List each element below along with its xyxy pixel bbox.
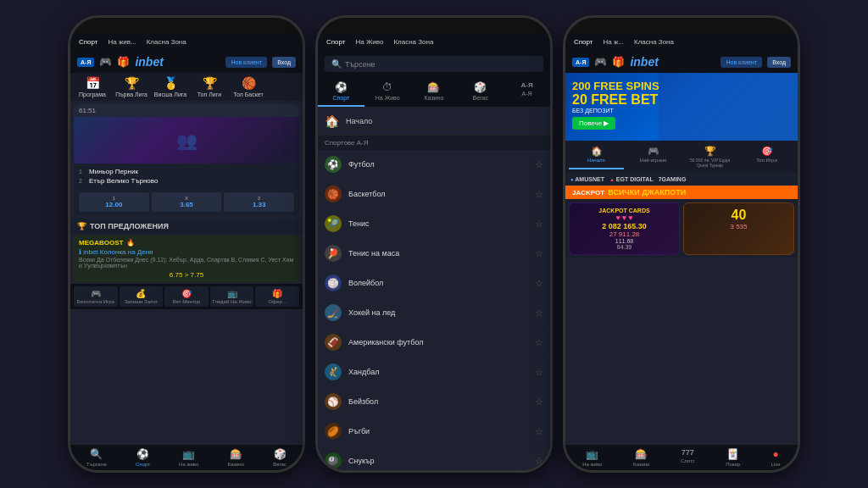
casino-tournament-icon: 🏆 bbox=[704, 146, 716, 157]
casino-nav-home[interactable]: 🏠 Начало bbox=[569, 144, 624, 169]
odd-btn-x[interactable]: X 3.65 bbox=[152, 192, 222, 212]
tab-live-1[interactable]: 📺 На живо bbox=[179, 448, 198, 467]
sport-item-baseball[interactable]: ⚾ Бейзбол ☆ bbox=[318, 387, 550, 417]
top-nav-live[interactable]: На жив... bbox=[105, 36, 140, 47]
football-star[interactable]: ☆ bbox=[535, 159, 543, 170]
top-nav-2-sport[interactable]: Спорт bbox=[323, 36, 349, 47]
quick-link-2[interactable]: 🥇 Висша Лига bbox=[152, 76, 189, 97]
sport-item-volleyball[interactable]: 🏐 Волейбол ☆ bbox=[318, 269, 550, 298]
sport-item-rugby[interactable]: 🏉 Ръгби ☆ bbox=[318, 417, 550, 446]
tab-poker-3[interactable]: 🃏 Покер bbox=[726, 448, 740, 467]
top-nav-3-sport[interactable]: Спорт bbox=[570, 36, 597, 47]
odd-value-1: 12.00 bbox=[105, 201, 122, 208]
jackpot-card-1[interactable]: JACKPOT CARDS ♥ ♥ ♥ 2 082 165.30 27 911.… bbox=[569, 202, 680, 255]
login-btn-3[interactable]: Вход bbox=[767, 57, 791, 68]
jackpot-card-2-amount-1: 40 bbox=[688, 208, 789, 223]
snooker-label: Снукър bbox=[348, 457, 528, 465]
top-nav-sport[interactable]: Спорт bbox=[75, 36, 102, 47]
tennis-star[interactable]: ☆ bbox=[535, 219, 543, 230]
quick-link-icon-2: 🥇 bbox=[164, 76, 178, 90]
menu-tab-casino[interactable]: 🎰 Казино bbox=[411, 77, 458, 107]
promo-more-btn[interactable]: Повече ▶ bbox=[572, 117, 615, 130]
top-nav-3-live[interactable]: На ж... bbox=[600, 36, 627, 47]
top-nav-2-live[interactable]: На Живо bbox=[353, 36, 387, 47]
home-item[interactable]: 🏠 Начало bbox=[318, 108, 550, 135]
sport-item-tennis[interactable]: 🎾 Тенис ☆ bbox=[318, 209, 550, 239]
menu-tab-sport[interactable]: ⚽ Спорт bbox=[318, 77, 364, 107]
sport-item-football[interactable]: ⚽ Футбол ☆ bbox=[318, 150, 550, 180]
new-client-btn-3[interactable]: Нов клиент bbox=[721, 57, 762, 68]
action-btn-mentor[interactable]: 🎯 Бет Ментор bbox=[164, 286, 209, 307]
hockey-star[interactable]: ☆ bbox=[535, 308, 543, 319]
sport-item-snooker[interactable]: 🎱 Снукър ☆ bbox=[318, 446, 550, 470]
action-btn-free[interactable]: 🎮 Безплатна Игра bbox=[74, 286, 118, 307]
tabletennis-star[interactable]: ☆ bbox=[535, 248, 543, 259]
handball-star[interactable]: ☆ bbox=[535, 367, 543, 378]
provider-amusnet[interactable]: ● AMUSNET bbox=[570, 176, 604, 182]
quick-link-1[interactable]: 🏆 Първа Лига bbox=[113, 76, 150, 97]
jackpot-amount-2: 27 911.28 bbox=[574, 230, 675, 238]
search-input[interactable]: 🔍 Търсене bbox=[325, 56, 543, 72]
baseball-star[interactable]: ☆ bbox=[535, 396, 543, 408]
volleyball-star[interactable]: ☆ bbox=[535, 278, 543, 289]
action-btn-offer[interactable]: 🎁 Офер... bbox=[255, 286, 299, 307]
promo-free-bet-num: 20 FREE BET bbox=[572, 92, 658, 108]
tab-slots-3[interactable]: 777 Слотс bbox=[681, 448, 695, 467]
sport-item-americanfootball[interactable]: 🏈 Американски футбол ☆ bbox=[318, 328, 550, 358]
provider-egt[interactable]: ▲ EGT DIGITAL bbox=[609, 176, 654, 182]
tab-livedealer-3[interactable]: ● Live bbox=[771, 448, 781, 467]
casino-nav-popular[interactable]: 🎮 Най-играни bbox=[626, 144, 681, 169]
snooker-star[interactable]: ☆ bbox=[535, 456, 543, 467]
menu-tab-az[interactable]: А-Я А-Я bbox=[504, 77, 550, 107]
baseball-icon: ⚾ bbox=[325, 393, 342, 410]
casino-nav-tournament[interactable]: 🏆 50 000 лв. VIP Egypt Quest Турнир bbox=[682, 144, 737, 169]
tab-vegas-label-1: Вегас bbox=[273, 462, 287, 467]
odd-btn-2[interactable]: 2 1.33 bbox=[224, 192, 294, 212]
sport-item-basketball[interactable]: 🏀 Баскетбол ☆ bbox=[318, 180, 550, 209]
new-client-btn[interactable]: Нов клиент bbox=[225, 57, 267, 68]
tab-casino-3[interactable]: 🎰 Казино bbox=[633, 448, 650, 467]
tab-casino-1[interactable]: 🎰 Казино bbox=[227, 448, 244, 467]
basketball-star[interactable]: ☆ bbox=[535, 189, 543, 200]
menu-tab-label-az: А-Я bbox=[522, 91, 532, 97]
match-card: 61:51 👥 1 Миньор Перник 2 Етър Велико Тъ… bbox=[74, 104, 299, 215]
action-btn-bet[interactable]: 💰 Запиши Залог bbox=[120, 286, 164, 307]
americanfootball-star[interactable]: ☆ bbox=[535, 337, 543, 348]
action-icon-bet: 💰 bbox=[136, 289, 146, 298]
sport-item-hockey[interactable]: 🏒 Хокей на лед ☆ bbox=[318, 298, 550, 328]
odd-btn-1[interactable]: 1 12.00 bbox=[79, 192, 149, 212]
megaboost-offer-title: ℹ inbet Колонка на Деня bbox=[79, 248, 294, 256]
megaboost-text: MEGABOOST bbox=[79, 239, 123, 247]
menu-tab-vegas[interactable]: 🎲 Вегас bbox=[457, 77, 504, 107]
quick-link-0[interactable]: 📅 Програма bbox=[74, 76, 111, 97]
tab-search-1[interactable]: 🔍 Търсене bbox=[86, 448, 107, 467]
sport-item-tabletennis[interactable]: 🏓 Тенис на маса ☆ bbox=[318, 239, 550, 269]
tabletennis-icon: 🏓 bbox=[325, 245, 342, 262]
tab-vegas-1[interactable]: 🎲 Вегас bbox=[273, 448, 287, 467]
rugby-star[interactable]: ☆ bbox=[535, 426, 543, 437]
menu-tab-live[interactable]: ⏱ На Живо bbox=[364, 77, 411, 107]
quick-link-4[interactable]: 🏀 Топ Баскет bbox=[230, 76, 267, 97]
jackpot-amount-1: 2 082 165.30 bbox=[574, 222, 675, 230]
handball-icon: 🤾 bbox=[325, 363, 342, 380]
login-btn[interactable]: Вход bbox=[272, 57, 296, 68]
tab-live-3[interactable]: 📺 На живо bbox=[582, 448, 602, 467]
megaboost-odds: 6.75 > 7.75 bbox=[79, 271, 294, 279]
quick-link-label-0: Програма bbox=[79, 92, 106, 97]
sport-item-handball[interactable]: 🤾 Хандбал ☆ bbox=[318, 358, 550, 387]
provider-7gaming[interactable]: 7GAMING bbox=[659, 176, 687, 182]
quick-link-label-3: Топ Лиги bbox=[198, 92, 221, 97]
menu-tab-icon-casino: 🎰 bbox=[427, 81, 440, 93]
casino-icon-1: 🎰 bbox=[230, 448, 242, 460]
quick-link-3[interactable]: 🏆 Топ Лиги bbox=[191, 76, 228, 97]
top-nav-3-zone[interactable]: Класна Зона bbox=[631, 36, 677, 47]
tab-sport-1[interactable]: ⚽ Спорт bbox=[136, 448, 150, 467]
menu-tab-icon-az: А-Я bbox=[520, 81, 532, 89]
action-btn-live[interactable]: 📺 Гледай На Живо bbox=[210, 286, 254, 307]
casino-nav-top[interactable]: 🎯 Топ Игри bbox=[739, 144, 794, 169]
top-nav-2-zone[interactable]: Класна Зона bbox=[390, 36, 437, 47]
casino-top-label: Топ Игри bbox=[756, 158, 777, 163]
odd-value-x: 3.65 bbox=[180, 201, 193, 208]
jackpot-card-2[interactable]: 40 3 535 bbox=[683, 202, 794, 255]
top-nav-zone[interactable]: Класна Зона bbox=[143, 36, 190, 47]
